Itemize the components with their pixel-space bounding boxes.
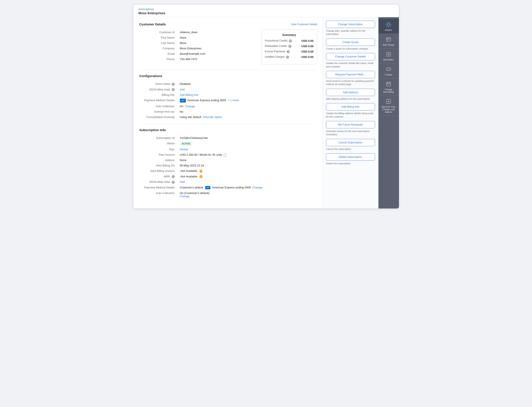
coupon-panel-item[interactable]: SAVE Coupon: [378, 63, 399, 78]
svg-point-0: [387, 23, 390, 26]
right-action-panel: Actions Add Charge: [378, 17, 399, 208]
delete-subscription-desc: Delete this subscription: [326, 162, 375, 165]
summary-row: Excess Payments ? USD 0.00: [265, 50, 313, 53]
add-billing-info-link[interactable]: Add Billing Info: [180, 93, 199, 96]
request-payment-button[interactable]: Request Payment Meth...: [326, 71, 375, 78]
request-payment-desc: Send email to customer for updating paym…: [326, 79, 375, 86]
bill-future-renewals-button[interactable]: Bill Future Renewals: [326, 121, 375, 128]
change-subscription-button[interactable]: Change Subscription: [326, 21, 375, 28]
change-customer-details-button[interactable]: Change Customer Details: [326, 53, 375, 60]
cancel-subscription-button[interactable]: Cancel Subscription: [326, 139, 375, 146]
bill-future-renewals-desc: Generate invoice for the next subscripti…: [326, 130, 375, 136]
actions-panel-item[interactable]: Actions: [378, 19, 399, 34]
svg-rect-13: [387, 84, 388, 85]
configurations-title: Configurations: [139, 74, 162, 78]
configurations-header: Configurations: [139, 74, 317, 78]
table-row: JSON Meta Data ? Add: [139, 179, 317, 185]
table-row: Auto Collection On Change: [139, 104, 317, 109]
next-billing-warn-icon: !: [199, 170, 203, 173]
view-customer-details-link[interactable]: View Customer Details: [291, 23, 317, 26]
mrr-help-icon[interactable]: ?: [172, 175, 175, 178]
table-row: Billing Info Add Billing Info: [139, 92, 317, 98]
table-row: MRR ? -Not Available- !: [139, 174, 317, 179]
customer-details-table: Customer Idcbdemo_dave First NameDave La…: [139, 30, 257, 62]
change-customer-details-desc: Update the customer details like name, e…: [326, 62, 375, 68]
change-next-billing-panel-item[interactable]: ChangeNext Billing: [378, 78, 399, 96]
plan-amount-edit-icon[interactable]: [224, 154, 226, 156]
table-row: Phone734-389-7473: [139, 56, 257, 62]
charge-icon: [385, 36, 392, 43]
svg-text:SAVE: SAVE: [386, 68, 391, 70]
customer-details-header: Customer Details View Customer Details: [139, 22, 317, 26]
cancel-subscription-desc: Cancel this subscription: [326, 148, 375, 151]
add-json-meta2-link[interactable]: Add: [180, 180, 185, 183]
table-row: Plan Amount USD 2,350.00 / Month for 35 …: [139, 152, 317, 157]
amex-card-icon: [180, 99, 186, 102]
svg-rect-3: [387, 39, 388, 40]
calendar-icon: [385, 80, 392, 87]
subscription-info-table: Subscription Id 1mGj8LkTaiSewq12ab Statu…: [139, 135, 317, 199]
change-next-billing-label: ChangeNext Billing: [383, 88, 394, 94]
override-option-link[interactable]: Override option: [203, 115, 222, 119]
table-row: Payment Method Details Customer's defaul…: [139, 185, 317, 190]
amex-card2-icon: [205, 186, 211, 189]
customer-details-title: Customer Details: [139, 22, 166, 26]
promo-credits-help-icon[interactable]: ?: [289, 39, 292, 42]
status-badge: ACTIVE: [180, 142, 192, 146]
json-meta-help-icon[interactable]: ?: [172, 88, 175, 91]
add-addon-panel-item[interactable]: Add Addon: [378, 49, 399, 63]
summary-row: Unbilled Charges ? USD 0.00: [265, 55, 313, 59]
add-json-meta-link[interactable]: Add: [180, 88, 185, 91]
table-row: Customer Idcbdemo_dave: [139, 30, 257, 35]
addon-icon: [385, 51, 392, 58]
auto-collection-change-link[interactable]: Change: [185, 105, 195, 108]
unbilled-charges-help-icon[interactable]: ?: [286, 55, 289, 59]
action-sidebar: Change Subscription Change plan, quantit…: [322, 17, 378, 208]
add-billing-info-button[interactable]: Add Billing Info: [326, 103, 375, 110]
plus-box-icon: [385, 98, 392, 105]
coupon-icon: SAVE: [385, 66, 392, 73]
add-address-desc: Add shipping address for this subscripti…: [326, 97, 375, 101]
mrr-warn-icon: !: [199, 175, 203, 178]
refundable-credits-help-icon[interactable]: ?: [288, 45, 291, 48]
subscription-info-title: Subscription Info: [139, 128, 166, 132]
customer-details-left: Customer Idcbdemo_dave First NameDave La…: [139, 30, 257, 66]
create-quote-button[interactable]: Create Quote: [326, 39, 375, 46]
summary-box: Summary Promotional Credits ? USD 0.00 R…: [261, 30, 317, 66]
add-billing-info-desc: Update the billing address details being…: [326, 112, 375, 118]
table-row: Addons None: [139, 157, 317, 163]
table-row: Next Billing Amount -Not Available- !: [139, 168, 317, 174]
table-row: Auto Collection On (Customer's default) …: [139, 190, 317, 199]
table-row: CompanyMoss Enterprises: [139, 46, 257, 51]
table-row: Emaildave@example.com: [139, 51, 257, 56]
plus-one-more-link[interactable]: + 1 more: [228, 99, 239, 102]
table-row: Consolidated Invoicing Using site defaul…: [139, 114, 317, 120]
page-title: Moss Enterprises: [139, 11, 394, 15]
payment-change-link[interactable]: Change: [252, 186, 262, 189]
table-row: Next Billing On 06-May-2023 22:16: [139, 163, 317, 168]
table-row: JSON Meta Data ? Add: [139, 87, 317, 92]
table-row: Subscription Id 1mGj8LkTaiSewq12ab: [139, 135, 317, 141]
breadcrumb-parent-link[interactable]: Subscriptions: [139, 8, 154, 11]
add-address-button[interactable]: Add Address: [326, 89, 375, 96]
direct-debit-help-icon[interactable]: ?: [172, 83, 175, 86]
configurations-table: Direct Debit ? Disabled JSON Meta Data ?…: [139, 81, 317, 120]
add-one-time-label: Add One-TimeCharges andAddons: [382, 106, 396, 113]
delete-subscription-button[interactable]: Delete Subscription: [326, 153, 375, 161]
add-one-time-panel-item[interactable]: Add One-TimeCharges andAddons: [378, 96, 399, 116]
content-area: Customer Details View Customer Details C…: [133, 17, 322, 208]
summary-title: Summary: [265, 33, 313, 37]
add-charge-panel-item[interactable]: Add Charge: [378, 34, 399, 49]
summary-row: Refundable Credits ? USD 0.00: [265, 45, 313, 48]
gear-icon: [385, 21, 392, 28]
create-quote-desc: Create a quote for subscription changes.: [326, 47, 375, 50]
table-row: Direct Debit ? Disabled: [139, 81, 317, 87]
svg-rect-1: [386, 38, 391, 41]
auto-collection2-change-link[interactable]: Change: [180, 195, 190, 198]
table-row: Exempt from tax No: [139, 109, 317, 114]
excess-payments-help-icon[interactable]: ?: [287, 50, 290, 53]
plan-link[interactable]: Global: [180, 148, 188, 151]
json-meta2-help-icon[interactable]: ?: [172, 181, 175, 184]
add-charge-label: Add Charge: [383, 44, 394, 46]
table-row: Status ACTIVE: [139, 141, 317, 147]
